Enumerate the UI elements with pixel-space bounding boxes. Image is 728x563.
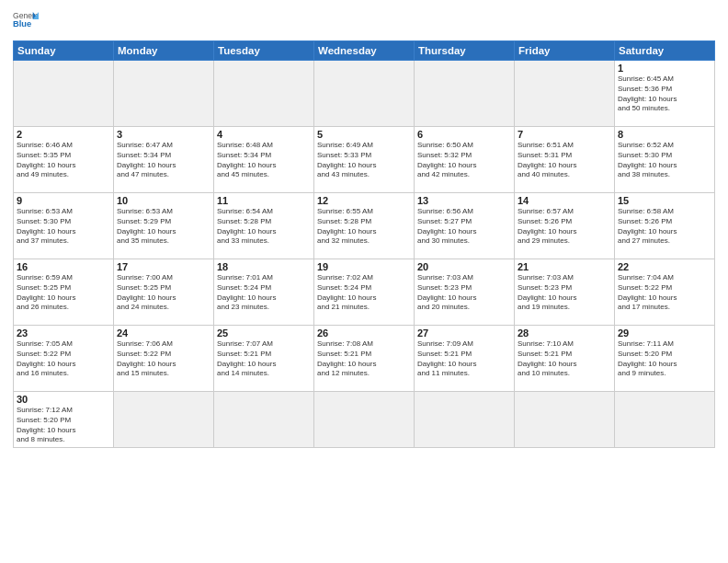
calendar-day-cell xyxy=(615,392,715,448)
calendar-day-cell: 27Sunrise: 7:09 AMSunset: 5:21 PMDayligh… xyxy=(415,326,515,392)
day-info: Sunrise: 7:03 AMSunset: 5:23 PMDaylight:… xyxy=(518,273,611,313)
day-info: Sunrise: 7:00 AMSunset: 5:25 PMDaylight:… xyxy=(117,273,210,313)
day-number: 2 xyxy=(17,129,110,140)
day-info: Sunrise: 7:05 AMSunset: 5:22 PMDaylight:… xyxy=(17,339,110,379)
svg-text:Blue: Blue xyxy=(13,19,31,29)
day-info: Sunrise: 6:55 AMSunset: 5:28 PMDaylight:… xyxy=(317,207,411,247)
day-info: Sunrise: 7:07 AMSunset: 5:21 PMDaylight:… xyxy=(217,339,311,379)
weekday-header-thursday: Thursday xyxy=(415,41,515,61)
day-number: 13 xyxy=(417,195,511,206)
calendar-day-cell: 23Sunrise: 7:05 AMSunset: 5:22 PMDayligh… xyxy=(14,326,114,392)
calendar-week-row: 16Sunrise: 6:59 AMSunset: 5:25 PMDayligh… xyxy=(14,259,715,326)
calendar-day-cell: 9Sunrise: 6:53 AMSunset: 5:30 PMDaylight… xyxy=(14,193,114,259)
calendar-day-cell xyxy=(314,61,415,127)
calendar-day-cell: 13Sunrise: 6:56 AMSunset: 5:27 PMDayligh… xyxy=(415,193,515,259)
day-info: Sunrise: 6:53 AMSunset: 5:30 PMDaylight:… xyxy=(17,207,110,247)
calendar-day-cell xyxy=(214,61,314,127)
day-number: 20 xyxy=(417,261,511,272)
day-info: Sunrise: 7:02 AMSunset: 5:24 PMDaylight:… xyxy=(317,273,411,313)
calendar-day-cell: 16Sunrise: 6:59 AMSunset: 5:25 PMDayligh… xyxy=(14,259,114,326)
weekday-header-friday: Friday xyxy=(515,41,615,61)
calendar-day-cell: 15Sunrise: 6:58 AMSunset: 5:26 PMDayligh… xyxy=(615,193,715,259)
calendar-day-cell: 14Sunrise: 6:57 AMSunset: 5:26 PMDayligh… xyxy=(515,193,615,259)
weekday-header-saturday: Saturday xyxy=(615,41,715,61)
calendar-week-row: 2Sunrise: 6:46 AMSunset: 5:35 PMDaylight… xyxy=(14,127,715,193)
day-info: Sunrise: 6:56 AMSunset: 5:27 PMDaylight:… xyxy=(417,207,511,247)
day-info: Sunrise: 6:46 AMSunset: 5:35 PMDaylight:… xyxy=(17,141,110,180)
day-number: 11 xyxy=(217,195,311,206)
day-info: Sunrise: 7:11 AMSunset: 5:20 PMDaylight:… xyxy=(618,339,711,379)
day-number: 15 xyxy=(618,195,711,206)
day-number: 17 xyxy=(117,261,210,272)
page: General Blue SundayMondayTuesdayWednesda… xyxy=(0,0,728,563)
day-info: Sunrise: 6:50 AMSunset: 5:32 PMDaylight:… xyxy=(417,141,511,180)
calendar-day-cell: 10Sunrise: 6:53 AMSunset: 5:29 PMDayligh… xyxy=(114,193,214,259)
calendar-day-cell: 26Sunrise: 7:08 AMSunset: 5:21 PMDayligh… xyxy=(314,326,415,392)
day-number: 16 xyxy=(17,261,110,272)
calendar-day-cell xyxy=(515,392,615,448)
calendar-day-cell: 6Sunrise: 6:50 AMSunset: 5:32 PMDaylight… xyxy=(415,127,515,193)
day-number: 30 xyxy=(17,394,110,405)
calendar-day-cell xyxy=(114,61,214,127)
calendar-day-cell: 17Sunrise: 7:00 AMSunset: 5:25 PMDayligh… xyxy=(114,259,214,326)
day-number: 8 xyxy=(618,129,711,140)
day-info: Sunrise: 6:57 AMSunset: 5:26 PMDaylight:… xyxy=(518,207,611,247)
calendar-day-cell xyxy=(415,61,515,127)
calendar-day-cell: 19Sunrise: 7:02 AMSunset: 5:24 PMDayligh… xyxy=(314,259,415,326)
calendar-day-cell: 7Sunrise: 6:51 AMSunset: 5:31 PMDaylight… xyxy=(515,127,615,193)
day-info: Sunrise: 6:59 AMSunset: 5:25 PMDaylight:… xyxy=(17,273,110,313)
day-info: Sunrise: 6:54 AMSunset: 5:28 PMDaylight:… xyxy=(217,207,311,247)
calendar-day-cell: 28Sunrise: 7:10 AMSunset: 5:21 PMDayligh… xyxy=(515,326,615,392)
day-info: Sunrise: 7:01 AMSunset: 5:24 PMDaylight:… xyxy=(217,273,311,313)
day-number: 19 xyxy=(317,261,411,272)
calendar-day-cell: 22Sunrise: 7:04 AMSunset: 5:22 PMDayligh… xyxy=(615,259,715,326)
day-number: 4 xyxy=(217,129,311,140)
day-number: 26 xyxy=(317,327,411,339)
calendar-day-cell: 8Sunrise: 6:52 AMSunset: 5:30 PMDaylight… xyxy=(615,127,715,193)
calendar-day-cell: 25Sunrise: 7:07 AMSunset: 5:21 PMDayligh… xyxy=(214,326,314,392)
calendar-week-row: 9Sunrise: 6:53 AMSunset: 5:30 PMDaylight… xyxy=(14,193,715,259)
day-info: Sunrise: 6:58 AMSunset: 5:26 PMDaylight:… xyxy=(618,207,711,247)
calendar-week-row: 23Sunrise: 7:05 AMSunset: 5:22 PMDayligh… xyxy=(14,326,715,392)
calendar-day-cell: 30Sunrise: 7:12 AMSunset: 5:20 PMDayligh… xyxy=(14,392,114,448)
day-number: 27 xyxy=(417,327,511,339)
calendar-day-cell: 4Sunrise: 6:48 AMSunset: 5:34 PMDaylight… xyxy=(214,127,314,193)
calendar-day-cell: 2Sunrise: 6:46 AMSunset: 5:35 PMDaylight… xyxy=(14,127,114,193)
weekday-header-tuesday: Tuesday xyxy=(214,41,314,61)
calendar-day-cell: 3Sunrise: 6:47 AMSunset: 5:34 PMDaylight… xyxy=(114,127,214,193)
day-info: Sunrise: 6:45 AMSunset: 5:36 PMDaylight:… xyxy=(618,75,711,114)
calendar-header-row: SundayMondayTuesdayWednesdayThursdayFrid… xyxy=(14,41,715,61)
day-number: 6 xyxy=(417,129,511,140)
calendar-day-cell xyxy=(415,392,515,448)
day-number: 24 xyxy=(117,327,210,339)
weekday-header-wednesday: Wednesday xyxy=(314,41,415,61)
day-number: 12 xyxy=(317,195,411,206)
day-info: Sunrise: 7:12 AMSunset: 5:20 PMDaylight:… xyxy=(17,406,110,445)
calendar-day-cell: 24Sunrise: 7:06 AMSunset: 5:22 PMDayligh… xyxy=(114,326,214,392)
calendar-week-row: 1Sunrise: 6:45 AMSunset: 5:36 PMDaylight… xyxy=(14,61,715,127)
logo: General Blue xyxy=(13,9,39,35)
logo-icon: General Blue xyxy=(13,9,39,35)
day-number: 7 xyxy=(518,129,611,140)
day-number: 28 xyxy=(518,327,611,339)
day-info: Sunrise: 7:03 AMSunset: 5:23 PMDaylight:… xyxy=(417,273,511,313)
day-info: Sunrise: 7:10 AMSunset: 5:21 PMDaylight:… xyxy=(518,339,611,379)
calendar-day-cell: 12Sunrise: 6:55 AMSunset: 5:28 PMDayligh… xyxy=(314,193,415,259)
day-number: 9 xyxy=(17,195,110,206)
day-number: 25 xyxy=(217,327,311,339)
day-number: 1 xyxy=(618,63,711,74)
weekday-header-monday: Monday xyxy=(114,41,214,61)
day-number: 23 xyxy=(17,327,110,339)
day-info: Sunrise: 7:06 AMSunset: 5:22 PMDaylight:… xyxy=(117,339,210,379)
calendar-day-cell: 11Sunrise: 6:54 AMSunset: 5:28 PMDayligh… xyxy=(214,193,314,259)
day-info: Sunrise: 7:09 AMSunset: 5:21 PMDaylight:… xyxy=(417,339,511,379)
calendar-day-cell: 21Sunrise: 7:03 AMSunset: 5:23 PMDayligh… xyxy=(515,259,615,326)
day-info: Sunrise: 7:08 AMSunset: 5:21 PMDaylight:… xyxy=(317,339,411,379)
calendar-table: SundayMondayTuesdayWednesdayThursdayFrid… xyxy=(13,40,715,448)
day-number: 18 xyxy=(217,261,311,272)
day-info: Sunrise: 6:51 AMSunset: 5:31 PMDaylight:… xyxy=(518,141,611,180)
day-info: Sunrise: 6:49 AMSunset: 5:33 PMDaylight:… xyxy=(317,141,411,180)
calendar-day-cell: 5Sunrise: 6:49 AMSunset: 5:33 PMDaylight… xyxy=(314,127,415,193)
calendar-day-cell: 1Sunrise: 6:45 AMSunset: 5:36 PMDaylight… xyxy=(615,61,715,127)
weekday-header-sunday: Sunday xyxy=(14,41,114,61)
